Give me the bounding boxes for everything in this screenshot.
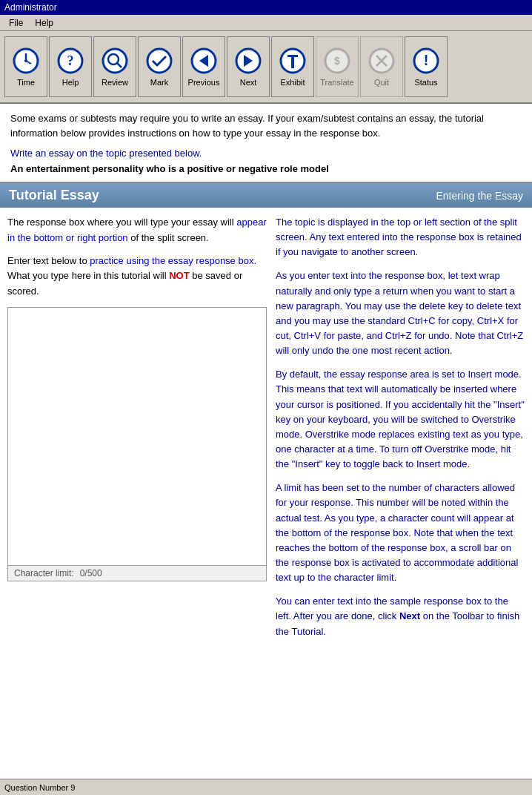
tutorial-header: Tutorial Essay Entering the Essay [0,183,532,208]
tutorial-title: Tutorial Essay [9,188,99,203]
char-limit-label: Character limit: [14,568,74,578]
instructions-body: Some exams or subtests may require you t… [10,111,522,140]
svg-rect-16 [291,55,294,68]
help-label: Help [62,78,79,87]
translate-label: Translate [320,78,353,87]
menu-help[interactable]: Help [29,16,59,30]
translate-button: $ Translate [316,36,359,97]
time-label: Time [17,78,35,87]
intro-text: The response box where you will type you… [7,215,267,246]
quit-icon [368,47,396,75]
right-para2: As you enter text into the response box,… [276,268,525,358]
previous-icon [190,47,218,75]
exhibit-label: Exhibit [280,78,305,87]
mark-button[interactable]: Mark [138,36,181,97]
help-button[interactable]: ? Help [49,36,92,97]
right-column: The topic is displayed in the top or lef… [276,215,525,771]
previous-button[interactable]: Previous [182,36,225,97]
title-label: Administrator [4,2,57,13]
write-prompt: Write an essay on the topic presented be… [10,148,522,159]
response-textarea[interactable] [8,308,266,565]
exhibit-button[interactable]: Exhibit [271,36,314,97]
menu-bar: File Help [0,15,532,31]
exhibit-icon [279,47,307,75]
title-bar: Administrator [0,0,532,15]
svg-point-9 [147,49,171,73]
mark-label: Mark [150,78,168,87]
menu-file[interactable]: File [3,16,29,30]
next-label: Next [240,78,257,87]
tutorial-subtitle: Entering the Essay [436,190,523,202]
instructions-section: Some exams or subtests may require you t… [0,104,532,183]
next-icon [234,47,262,75]
status-label: Status [414,78,437,87]
char-limit-bar: Character limit: 0/500 [8,565,266,581]
left-column: The response box where you will type you… [7,215,267,771]
svg-text:$: $ [334,55,340,67]
svg-point-3 [24,59,27,62]
right-para5-next: Next [399,610,420,621]
question-number: Question Number 9 [4,783,75,792]
quit-button: Quit [360,36,403,97]
time-icon [12,47,40,75]
practice-text: Enter text below to practice using the e… [7,254,267,300]
right-para4: A limit has been set to the number of ch… [276,481,525,585]
main-content: Some exams or subtests may require you t… [0,104,532,779]
right-para1: The topic is displayed in the top or lef… [276,215,525,260]
toolbar: Time ? Help Review Mark [0,31,532,104]
quit-label: Quit [374,78,389,87]
status-icon: ! [412,47,440,75]
mark-icon [145,47,173,75]
time-button[interactable]: Time [4,36,47,97]
right-para5: You can enter text into the sample respo… [276,594,525,639]
tutorial-body: The response box where you will type you… [0,208,532,779]
svg-text:?: ? [67,53,74,68]
review-label: Review [102,78,128,87]
char-limit-value: 0/500 [80,568,102,578]
essay-topic: An entertainment personality who is a po… [10,163,522,174]
svg-point-6 [103,49,127,73]
translate-icon: $ [323,47,351,75]
svg-text:!: ! [424,52,429,68]
help-icon: ? [56,47,84,75]
previous-label: Previous [188,78,220,87]
next-button[interactable]: Next [227,36,270,97]
review-icon [101,47,129,75]
status-button[interactable]: ! Status [405,36,448,97]
right-para3: By default, the essay response area is s… [276,367,525,472]
review-button[interactable]: Review [93,36,136,97]
response-box-container: Character limit: 0/500 [7,307,267,581]
status-bar: Question Number 9 [0,779,532,795]
